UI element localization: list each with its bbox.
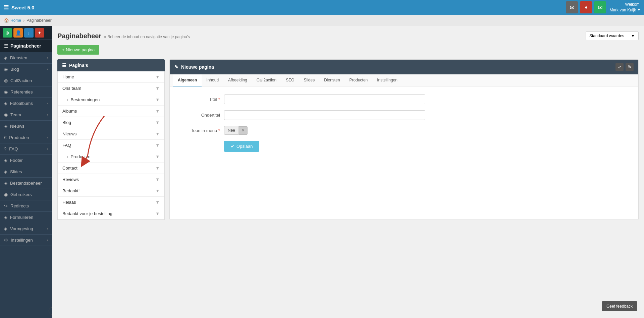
toon-in-menu-label: Toon in menu * xyxy=(180,128,220,133)
chevron-icon: › xyxy=(47,56,48,60)
sidebar-item-blog[interactable]: ◉ Blog › xyxy=(0,64,52,75)
tab-algemeen[interactable]: Algemeen xyxy=(173,74,202,86)
referenties-icon: ◉ xyxy=(4,89,8,94)
page-arrow-nieuws[interactable]: ▼ xyxy=(155,131,160,136)
sidebar-btn-3[interactable]: ↓ xyxy=(24,28,34,38)
form-row-ondertitel: Ondertitel xyxy=(180,110,628,120)
page-subtitle: » Beheer de inhoud en navigatie van je p… xyxy=(104,35,190,39)
page-header: Paginabeheer » Beheer de inhoud en navig… xyxy=(57,31,639,40)
sidebar-item-bestandsbeheer[interactable]: ◈ Bestandsbeheer xyxy=(0,178,52,189)
page-arrow-contact[interactable]: ▼ xyxy=(155,166,160,171)
tab-call2action[interactable]: Call2action xyxy=(252,74,281,86)
page-row-albums[interactable]: Albums ▼ xyxy=(58,106,164,117)
page-row-blog[interactable]: Blog ▼ xyxy=(58,117,164,128)
titel-input[interactable] xyxy=(224,94,425,104)
tab-diensten[interactable]: Diensten xyxy=(319,74,344,86)
sidebar-label-referenties: Referenties xyxy=(10,89,33,94)
page-arrow-helaas[interactable]: ▼ xyxy=(155,200,160,205)
breadcrumb-home[interactable]: Home xyxy=(10,18,21,23)
tab-producten[interactable]: Producten xyxy=(345,74,373,86)
vormgeving-icon: ◈ xyxy=(4,226,7,231)
topbar-right: ✉ ♦ ✉ Welkom, Mark van Kuijk ▼ xyxy=(566,1,641,13)
sidebar-item-redirects[interactable]: ↪ Redirects xyxy=(0,200,52,212)
page-row-faq[interactable]: FAQ ▼ xyxy=(58,140,164,151)
sidebar-item-team[interactable]: ◉ Team › xyxy=(0,109,52,121)
page-arrow-bestemmingen[interactable]: ▼ xyxy=(155,97,160,102)
form-panel-title: Nieuwe pagina xyxy=(181,64,214,70)
page-arrow-ons-team[interactable]: ▼ xyxy=(155,86,160,91)
sidebar-btn-1[interactable]: ⊕ xyxy=(3,28,12,38)
sidebar-item-diensten[interactable]: ◈ Diensten › xyxy=(0,52,52,64)
page-row-helaas[interactable]: Helaas ▼ xyxy=(58,197,164,208)
expand-btn[interactable]: ⤢ xyxy=(615,63,624,71)
sidebar-btn-2[interactable]: 👤 xyxy=(13,28,23,38)
tab-afbeelding[interactable]: Afbeelding xyxy=(223,74,252,86)
refresh-btn[interactable]: ↻ xyxy=(626,63,634,71)
sidebar-item-producten[interactable]: € Producten › xyxy=(0,132,52,143)
page-row-producten[interactable]: + Producten ▼ xyxy=(58,151,164,163)
toggle-x-btn[interactable]: ✕ xyxy=(239,126,248,135)
bestandsbeheer-icon: ◈ xyxy=(4,181,7,186)
page-row-home[interactable]: Home ▼ xyxy=(58,71,164,83)
page-row-bedankt-bestelling[interactable]: Bedankt voor je bestelling ▼ xyxy=(58,208,164,219)
feedback-button[interactable]: Geef feedback xyxy=(602,301,637,311)
ondertitel-input[interactable] xyxy=(224,110,425,120)
chevron-icon: › xyxy=(47,113,48,117)
page-arrow-reviews[interactable]: ▼ xyxy=(155,177,160,182)
page-arrow-bedankt-bestelling[interactable]: ▼ xyxy=(155,211,160,216)
sidebar-item-faq[interactable]: ? FAQ › xyxy=(0,143,52,155)
collapse-sidebar-btn[interactable]: ‹ xyxy=(49,307,52,315)
sidebar-item-fotoalbums[interactable]: ◈ Fotoalbums › xyxy=(0,98,52,109)
mail-btn[interactable]: ✉ xyxy=(594,1,606,13)
sidebar-item-vormgeving[interactable]: ◈ Vormgeving › xyxy=(0,223,52,235)
page-arrow-faq[interactable]: ▼ xyxy=(155,143,160,148)
page-row-reviews[interactable]: Reviews ▼ xyxy=(58,174,164,185)
menu-icon[interactable]: ☰ xyxy=(3,4,9,11)
messages-btn[interactable]: ✉ xyxy=(566,1,578,13)
home-icon: 🏠 xyxy=(4,18,9,23)
sidebar-item-nieuws[interactable]: ◈ Nieuws xyxy=(0,121,52,132)
sidebar-label-redirects: Redirects xyxy=(10,203,29,208)
diensten-icon: ◈ xyxy=(4,55,7,60)
page-title-area: Paginabeheer » Beheer de inhoud en navig… xyxy=(57,32,190,40)
page-arrow-albums[interactable]: ▼ xyxy=(155,109,160,114)
redirects-icon: ↪ xyxy=(4,203,8,208)
sidebar-item-referenties[interactable]: ◉ Referenties xyxy=(0,86,52,98)
sidebar-title: Paginabeheer xyxy=(10,43,41,49)
tab-seo[interactable]: SEO xyxy=(281,74,299,86)
tab-instellingen[interactable]: Instellingen xyxy=(372,74,402,86)
sidebar-item-footer[interactable]: ◈ Footer xyxy=(0,155,52,166)
page-row-nieuws[interactable]: Nieuws ▼ xyxy=(58,128,164,140)
two-col-layout: ☰ Pagina's Home ▼ Ons team ▼ + Bestemmin… xyxy=(57,59,639,220)
gebruikers-icon: ◉ xyxy=(4,192,8,197)
sidebar-item-formulieren[interactable]: ◈ Formulieren xyxy=(0,212,52,223)
plus-icon-2: + xyxy=(66,155,68,159)
tab-slides[interactable]: Slides xyxy=(299,74,320,86)
new-page-button[interactable]: + Nieuwe pagina xyxy=(57,45,99,55)
page-row-bestemmingen[interactable]: + Bestemmingen ▼ xyxy=(58,94,164,106)
page-arrow-home[interactable]: ▼ xyxy=(155,74,160,79)
sidebar-btn-4[interactable]: ✦ xyxy=(35,28,44,38)
sidebar-label-gebruikers: Gebruikers xyxy=(10,192,32,197)
page-arrow-producten[interactable]: ▼ xyxy=(155,154,160,159)
ondertitel-label: Ondertitel xyxy=(180,113,220,118)
page-row-bedankt[interactable]: Bedankt! ▼ xyxy=(58,185,164,197)
edit-icon: ✎ xyxy=(174,64,178,70)
tab-inhoud[interactable]: Inhoud xyxy=(202,74,223,86)
page-arrow-bedankt[interactable]: ▼ xyxy=(155,188,160,193)
superman-btn[interactable]: ♦ xyxy=(580,1,592,13)
sidebar-item-gebruikers[interactable]: ◉ Gebruikers xyxy=(0,189,52,200)
std-values-select[interactable]: Standaard waardes ▼ xyxy=(586,31,639,40)
page-arrow-blog[interactable]: ▼ xyxy=(155,120,160,125)
sidebar-item-slides[interactable]: ◈ Slides xyxy=(0,166,52,178)
page-row-contact[interactable]: Contact ▼ xyxy=(58,163,164,174)
pages-list: Home ▼ Ons team ▼ + Bestemmingen ▼ xyxy=(57,71,165,220)
sidebar-label-nieuws: Nieuws xyxy=(10,124,24,129)
sidebar-item-instellingen[interactable]: ⚙ Instellingen › xyxy=(0,235,52,246)
save-button[interactable]: ✔ Opslaan xyxy=(224,141,259,152)
sidebar-label-bestandsbeheer: Bestandsbeheer xyxy=(10,181,42,186)
pages-panel-icon: ☰ xyxy=(62,63,66,68)
sidebar-label-formulieren: Formulieren xyxy=(10,215,33,220)
page-row-ons-team[interactable]: Ons team ▼ xyxy=(58,83,164,94)
sidebar-item-call2action[interactable]: ◎ Call2action xyxy=(0,75,52,86)
